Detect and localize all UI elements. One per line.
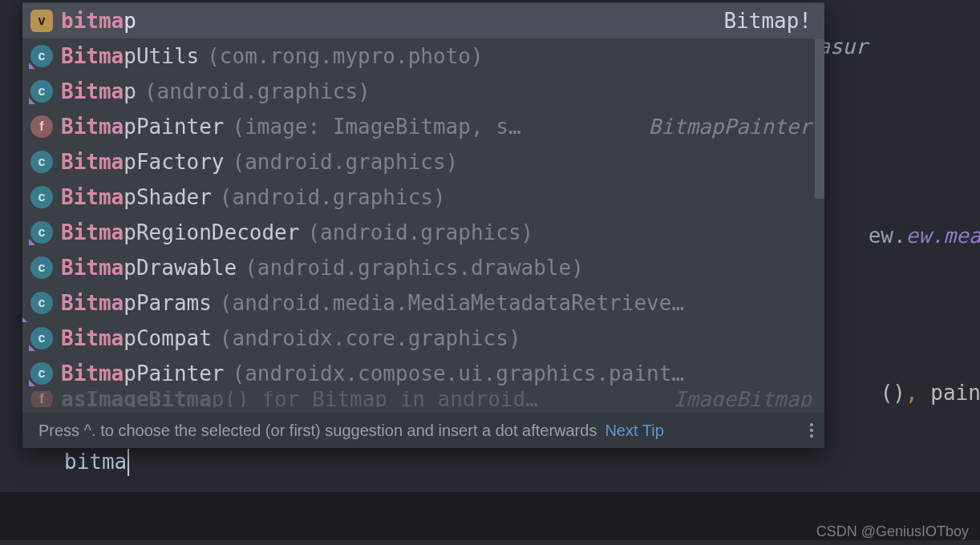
text-caret bbox=[128, 449, 129, 476]
suggestion-name: BitmapPainter bbox=[61, 356, 225, 391]
class-icon: c bbox=[30, 221, 53, 244]
footer-tip-text: Press ^. to choose the selected (or firs… bbox=[38, 422, 597, 440]
autocomplete-item[interactable]: fBitmapPainter(image: ImageBitmap, s…Bit… bbox=[22, 109, 824, 144]
class-icon: c bbox=[30, 151, 53, 173]
suggestion-name: BitmapDrawable bbox=[61, 250, 237, 285]
autocomplete-item[interactable]: cBitmapShader(android.graphics) bbox=[22, 180, 824, 215]
suggestion-location: (android.graphics) bbox=[220, 180, 446, 215]
class-icon: c bbox=[30, 45, 53, 67]
watermark-text: CSDN @GeniusIOTboy bbox=[816, 523, 969, 540]
suggestion-location: (com.rong.mypro.photo) bbox=[207, 38, 483, 74]
suggestion-location: (androidx.compose.ui.graphics.paint… bbox=[233, 356, 685, 391]
code-fragment: ew.ew.measured bbox=[818, 183, 980, 289]
suggestion-location: (android.graphics.drawable) bbox=[245, 250, 584, 285]
autocomplete-item[interactable]: cBitmapPainter(androidx.compose.ui.graph… bbox=[22, 356, 824, 391]
suggestion-name: BitmapShader bbox=[61, 180, 212, 215]
suggestion-name: BitmapFactory bbox=[61, 144, 225, 180]
autocomplete-item[interactable]: cBitmap(android.graphics) bbox=[22, 74, 824, 109]
suggestion-name: BitmapCompat bbox=[61, 321, 212, 356]
autocomplete-list[interactable]: vbitmapBitmap!cBitmapUtils(com.rong.mypr… bbox=[22, 3, 824, 413]
autocomplete-item[interactable]: cBitmapFactory(android.graphics) bbox=[22, 144, 824, 180]
class-icon: c bbox=[30, 292, 53, 314]
suggestion-type: BitmapPainter bbox=[649, 109, 812, 144]
function-icon: f bbox=[30, 391, 53, 407]
suggestion-name: BitmapUtils bbox=[61, 38, 199, 74]
autocomplete-item[interactable]: cBitmapUtils(com.rong.mypro.photo) bbox=[22, 38, 824, 74]
autocomplete-item[interactable]: cBitmapCompat(androidx.core.graphics) bbox=[22, 321, 824, 356]
autocomplete-item[interactable]: cBitmapRegionDecoder(android.graphics) bbox=[22, 215, 824, 250]
suggestion-location: (android.graphics) bbox=[307, 215, 533, 250]
class-icon: c bbox=[30, 80, 53, 103]
autocomplete-footer: Press ^. to choose the selected (or firs… bbox=[22, 413, 824, 448]
suggestion-name: BitmapParams bbox=[61, 285, 212, 321]
suggestion-location: (android.graphics) bbox=[233, 144, 459, 180]
suggestion-name: BitmapPainter bbox=[61, 109, 225, 144]
autocomplete-popup[interactable]: vbitmapBitmap!cBitmapUtils(com.rong.mypr… bbox=[22, 2, 824, 448]
suggestion-type: ImageBitmap bbox=[674, 391, 812, 407]
suggestion-name: bitmap bbox=[61, 3, 136, 38]
code-fragment: (), paint) bbox=[830, 340, 980, 446]
suggestion-name: Bitmap bbox=[61, 74, 136, 109]
function-icon: f bbox=[30, 115, 53, 138]
variable-icon: v bbox=[30, 10, 53, 32]
more-options-icon[interactable] bbox=[810, 423, 813, 438]
suggestion-name: asImageBitmap() for Bitmap in android… bbox=[61, 391, 538, 407]
suggestion-location: (image: ImageBitmap, s… bbox=[233, 109, 521, 144]
suggestion-name: BitmapRegionDecoder bbox=[61, 215, 299, 250]
suggestion-location: (androidx.core.graphics) bbox=[220, 321, 521, 356]
class-icon: c bbox=[30, 362, 53, 385]
next-tip-link[interactable]: Next Tip bbox=[605, 422, 663, 440]
class-icon: c bbox=[30, 327, 53, 349]
autocomplete-item[interactable]: cBitmapParams(android.media.MediaMetadat… bbox=[22, 285, 824, 321]
scrollbar-thumb[interactable] bbox=[815, 38, 824, 199]
suggestion-type: Bitmap! bbox=[723, 3, 812, 38]
autocomplete-item[interactable]: cBitmapDrawable(android.graphics.drawabl… bbox=[22, 250, 824, 285]
autocomplete-item[interactable]: fasImageBitmap() for Bitmap in android…I… bbox=[22, 391, 824, 407]
typed-text: bitma bbox=[64, 449, 129, 476]
suggestion-location: (android.graphics) bbox=[144, 74, 371, 109]
class-icon: c bbox=[30, 186, 53, 208]
autocomplete-item[interactable]: vbitmapBitmap! bbox=[22, 3, 824, 38]
class-icon: c bbox=[30, 256, 53, 279]
suggestion-location: (android.media.MediaMetadataRetrieve… bbox=[220, 285, 684, 321]
